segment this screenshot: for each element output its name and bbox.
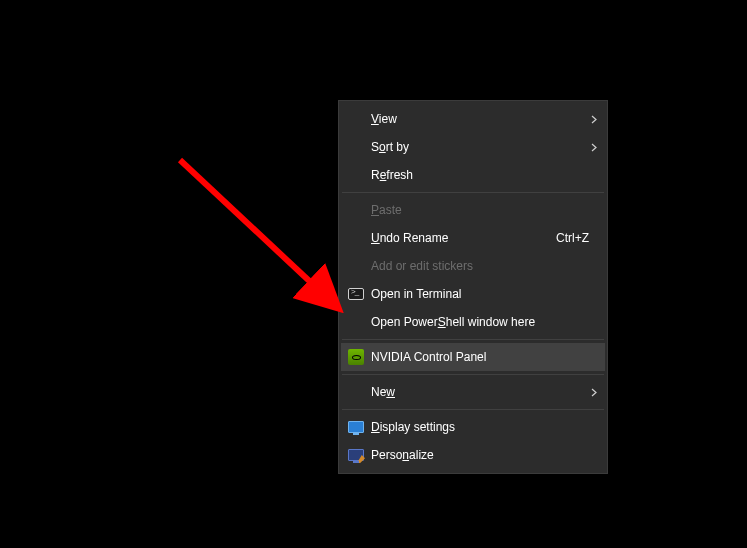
menu-label: Add or edit stickers [371, 259, 597, 273]
menu-item-refresh[interactable]: Refresh [341, 161, 605, 189]
menu-label: New [371, 385, 583, 399]
menu-shortcut: Ctrl+Z [556, 231, 597, 245]
menu-label: Display settings [371, 420, 597, 434]
menu-label: Undo Rename [371, 231, 556, 245]
menu-item-personalize[interactable]: Personalize [341, 441, 605, 469]
menu-item-sort-by[interactable]: Sort by [341, 133, 605, 161]
menu-label: Open PowerShell window here [371, 315, 597, 329]
menu-separator [342, 374, 604, 375]
menu-item-open-powershell[interactable]: Open PowerShell window here [341, 308, 605, 336]
nvidia-icon [341, 349, 371, 365]
menu-item-open-terminal[interactable]: Open in Terminal [341, 280, 605, 308]
chevron-right-icon [583, 115, 597, 124]
menu-item-new[interactable]: New [341, 378, 605, 406]
chevron-right-icon [583, 143, 597, 152]
svg-line-0 [180, 160, 335, 305]
menu-label: Sort by [371, 140, 583, 154]
menu-label: View [371, 112, 583, 126]
menu-label: Open in Terminal [371, 287, 597, 301]
desktop-context-menu: View Sort by Refresh Paste Undo Rename C… [338, 100, 608, 474]
menu-label: Personalize [371, 448, 597, 462]
menu-item-paste: Paste [341, 196, 605, 224]
terminal-icon [341, 288, 371, 300]
menu-item-undo-rename[interactable]: Undo Rename Ctrl+Z [341, 224, 605, 252]
menu-item-view[interactable]: View [341, 105, 605, 133]
menu-label: Refresh [371, 168, 597, 182]
menu-item-stickers: Add or edit stickers [341, 252, 605, 280]
chevron-right-icon [583, 388, 597, 397]
display-icon [341, 421, 371, 433]
menu-separator [342, 409, 604, 410]
menu-separator [342, 192, 604, 193]
menu-item-display-settings[interactable]: Display settings [341, 413, 605, 441]
menu-separator [342, 339, 604, 340]
menu-item-nvidia-control-panel[interactable]: NVIDIA Control Panel [341, 343, 605, 371]
menu-label: NVIDIA Control Panel [371, 350, 597, 364]
personalize-icon [341, 449, 371, 461]
menu-label: Paste [371, 203, 597, 217]
